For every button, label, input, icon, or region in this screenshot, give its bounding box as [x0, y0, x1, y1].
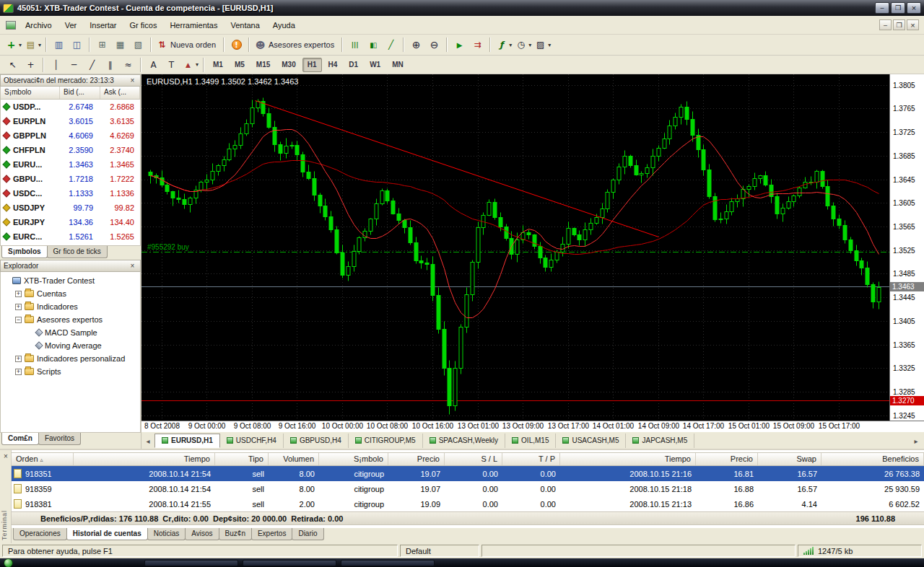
price-scale[interactable]: 1.38051.37651.37251.36851.36451.36051.35… [889, 74, 924, 421]
market-watch-row[interactable]: USDC...1.13331.1336 [1, 186, 140, 201]
menu-item-ventana[interactable]: Ventana [224, 18, 266, 32]
tab-buz-n[interactable]: Buz¢n [219, 528, 252, 540]
chart-shift-button[interactable]: ⇉ [469, 37, 486, 53]
data-window-toggle-button[interactable]: ◫ [69, 37, 85, 53]
mdi-minimize-icon[interactable] [879, 19, 892, 30]
navigator-toggle-button[interactable]: ⊞ [94, 37, 110, 53]
close-icon[interactable] [1, 452, 10, 461]
terminal-column-header[interactable]: Precio [388, 453, 445, 465]
tab-historial-de-cuentas[interactable]: Historial de cuentas [66, 528, 148, 540]
close-icon[interactable] [128, 76, 137, 85]
tab-favoritos[interactable]: Favoritos [38, 433, 81, 445]
menu-item-ayuda[interactable]: Ayuda [266, 18, 302, 32]
market-watch-row[interactable]: USDP...2.67482.6868 [1, 100, 140, 114]
chart-tab-oil-m15[interactable]: OIL,M15 [505, 434, 556, 448]
tree-expand-icon[interactable]: + [15, 291, 22, 297]
text-label-tool-button[interactable]: T [163, 57, 180, 73]
terminal-column-header[interactable]: Orden▵ [12, 453, 74, 465]
timeframe-h1-button[interactable]: H1 [302, 58, 322, 72]
alert-button[interactable]: ! [228, 37, 245, 53]
tree-item-xtb-trader-contest[interactable]: XTB-Trader Contest [1, 274, 140, 287]
horizontal-line-tool-button[interactable]: ─ [66, 57, 82, 73]
tab-gr-fico-de-ticks[interactable]: Gr fico de ticks [47, 246, 108, 258]
indicators-button[interactable]: ƒ▾ [494, 37, 513, 53]
tab-avisos[interactable]: Avisos [185, 528, 219, 540]
terminal-column-header[interactable]: S¡mbolo [319, 453, 388, 465]
tab-s-mbolos[interactable]: S¡mbolos [1, 246, 48, 258]
terminal-toggle-button[interactable]: ▦ [112, 37, 128, 53]
taskbar-button[interactable] [144, 560, 238, 566]
new-chart-button[interactable]: +▾ [4, 37, 22, 53]
vertical-line-tool-button[interactable]: │ [48, 57, 64, 73]
menu-item-archivo[interactable]: Archivo [19, 18, 58, 32]
terminal-column-header[interactable]: Precio [696, 453, 758, 465]
mdi-close-icon[interactable] [907, 19, 919, 30]
market-watch-row[interactable]: EURPLN3.60153.6135 [1, 114, 140, 128]
shapes-tool-button[interactable]: ▲▾ [181, 57, 199, 73]
timeframe-w1-button[interactable]: W1 [365, 58, 385, 72]
timeframe-m15-button[interactable]: M15 [251, 58, 275, 72]
tree-item-indicadores[interactable]: +Indicadores [1, 300, 140, 313]
market-watch-row[interactable]: GBPPLN4.60694.6269 [1, 128, 140, 143]
market-watch-row[interactable]: USDJPY99.7999.82 [1, 201, 140, 215]
maximize-icon[interactable] [891, 2, 905, 14]
tree-item-cuentas[interactable]: +Cuentas [1, 287, 140, 300]
chart-tab-japcash-m5[interactable]: JAPCASH,M5 [626, 434, 694, 448]
tree-item-indicadores-personalizad[interactable]: +Indicadores personalizad [1, 352, 140, 365]
menu-item-ver[interactable]: Ver [58, 18, 84, 32]
market-watch-row[interactable]: CHFPLN2.35902.3740 [1, 143, 140, 157]
tree-item-macd-sample[interactable]: MACD Sample [1, 326, 140, 339]
tab-operaciones[interactable]: Operaciones [13, 528, 67, 540]
start-orb-icon[interactable] [4, 558, 13, 567]
minimize-icon[interactable] [875, 2, 889, 14]
cursor-tool-button[interactable]: ↖ [4, 57, 21, 73]
auto-scroll-button[interactable]: ▶ [451, 37, 468, 53]
close-icon[interactable] [907, 2, 921, 14]
templates-button[interactable]: ▨▾ [533, 37, 552, 53]
profiles-button[interactable]: ▤▾ [24, 37, 42, 53]
menu-item-gr-ficos[interactable]: Gr ficos [123, 18, 164, 32]
tab-diario[interactable]: Diario [292, 528, 323, 540]
expert-advisors-button[interactable]: ☻Asesores expertos [253, 37, 338, 53]
scroll-left-icon[interactable]: ◂ [143, 435, 153, 447]
tree-expand-icon[interactable]: + [15, 304, 22, 310]
timeframe-m30-button[interactable]: M30 [276, 58, 300, 72]
terminal-column-header[interactable]: Volumen [269, 453, 319, 465]
new-order-button[interactable]: ⇅Nueva orden [155, 37, 219, 53]
text-tool-button[interactable]: A [145, 57, 162, 73]
terminal-column-header[interactable]: Tiempo [560, 453, 696, 465]
tree-item-asesores-expertos[interactable]: −Asesores expertos [1, 313, 140, 326]
terminal-column-header[interactable]: T / P [502, 453, 560, 465]
timeframe-m1-button[interactable]: M1 [208, 58, 228, 72]
tab-noticias[interactable]: Noticias [147, 528, 186, 540]
tab-com-n[interactable]: Com£n [1, 433, 39, 445]
chart-tab-eurusd-h1[interactable]: EURUSD,H1 [154, 434, 220, 448]
chart-candles-button[interactable]: ▮▯ [365, 37, 381, 53]
terminal-row[interactable]: 9183512008.10.14 21:54sell8.00citigroup1… [12, 466, 924, 481]
market-watch-row[interactable]: GBPU...1.72181.7222 [1, 172, 140, 186]
trendline-tool-button[interactable]: ╱ [84, 57, 100, 73]
time-scale[interactable]: 8 Oct 20089 Oct 00:009 Oct 08:009 Oct 16… [141, 421, 924, 431]
market-watch-row[interactable]: EURC...1.52611.5265 [1, 229, 140, 244]
terminal-column-header[interactable]: Swap [758, 453, 821, 465]
terminal-column-header[interactable]: Beneficios [821, 453, 924, 465]
tree-expand-icon[interactable]: − [15, 317, 22, 323]
timeframe-d1-button[interactable]: D1 [344, 58, 363, 72]
status-profile[interactable]: Default [400, 545, 479, 557]
chart-bars-button[interactable]: ||| [346, 37, 363, 53]
crosshair-tool-button[interactable]: + [22, 57, 39, 73]
market-watch-toggle-button[interactable]: ▥ [51, 37, 67, 53]
tree-item-scripts[interactable]: +Scripts [1, 365, 140, 378]
tab-expertos[interactable]: Expertos [251, 528, 292, 540]
terminal-column-header[interactable]: Tiempo [74, 453, 215, 465]
scroll-right-icon[interactable]: ▸ [911, 435, 921, 447]
taskbar-button[interactable] [341, 560, 435, 566]
menu-item-herramientas[interactable]: Herramientas [163, 18, 224, 32]
terminal-row[interactable]: 9183812008.10.14 21:55sell2.00citigroup1… [12, 496, 924, 511]
chart-tab-spacash-weekly[interactable]: SPACASH,Weekly [423, 434, 505, 448]
zoom-out-button[interactable]: ⊖ [426, 37, 443, 53]
chart-tab-usdchf-h4[interactable]: USDCHF,H4 [220, 434, 284, 448]
timeframe-h4-button[interactable]: H4 [323, 58, 343, 72]
terminal-column-header[interactable]: Tipo [215, 453, 269, 465]
taskbar-button[interactable] [243, 560, 336, 566]
